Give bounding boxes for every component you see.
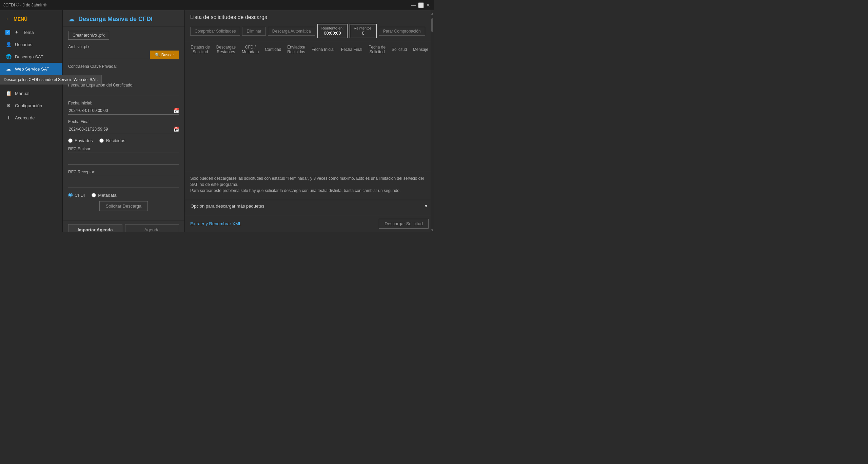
reintento-en-box: Reintento en: 00:00:00: [317, 24, 348, 38]
search-icon: 🔍: [155, 53, 160, 57]
sidebar-item-descarga-sat[interactable]: 🌐 Descarga SAT: [0, 51, 62, 63]
fecha-inicial-group: Fecha Inicial: 📅: [68, 101, 179, 115]
panel-header: ☁ Descarga Masiva de CFDI: [63, 10, 184, 27]
reintentos-box: Reintentos: 0: [350, 24, 377, 38]
sidebar-item-configuracion[interactable]: ⚙ Configuración: [0, 99, 62, 112]
reintentos-value: 0: [362, 31, 364, 36]
password-group: Contraseña Clave Privada:: [68, 64, 179, 78]
panel-footer: Importar Agenda Agenda: [63, 220, 184, 232]
solicitudes-table: Estatus deSolicitud DescargasRestantes C…: [188, 42, 431, 57]
sidebar-item-pdf[interactable]: 🖼 PDF: [0, 75, 62, 87]
solicitar-descarga-button[interactable]: Solicitar Descarga: [99, 201, 148, 211]
close-button[interactable]: ✕: [426, 3, 431, 7]
fecha-inicial-input[interactable]: [68, 107, 173, 114]
col-enviados: Enviados/Recibidos: [284, 42, 308, 57]
descarga-automatica-button[interactable]: Descarga Automática: [268, 27, 315, 36]
password-input[interactable]: [68, 70, 179, 78]
tema-icon: ✦: [14, 29, 20, 35]
web-service-sat-icon: ☁: [5, 66, 12, 72]
sidebar-label-pdf: PDF: [15, 79, 24, 84]
col-fecha-inicial: Fecha Inicial: [308, 42, 338, 57]
cert-exp-label: Fecha de Expiración del Certificado:: [68, 83, 179, 88]
cert-exp-value: [68, 88, 179, 96]
radio-recibidos[interactable]: [99, 138, 104, 143]
middle-panel: ▲ ▼ ☁ Descarga Masiva de CFDI Crear arch…: [63, 10, 185, 232]
maximize-button[interactable]: ⬜: [418, 3, 423, 7]
rfc-emisor-label: RFC Emisor:: [68, 147, 179, 151]
comprobar-solicitudes-button[interactable]: Comprobar Solicitudes: [190, 27, 240, 36]
minimize-button[interactable]: —: [411, 3, 416, 7]
pdf-icon: 🖼: [5, 78, 12, 84]
password-label: Contraseña Clave Privada:: [68, 64, 179, 69]
radio-enviados-label[interactable]: Enviados: [68, 138, 93, 143]
radio-metadata-label[interactable]: Metadata: [92, 193, 116, 198]
right-panel: Lista de solicitudes de descarga Comprob…: [185, 10, 434, 232]
radio-cfdi-label[interactable]: CFDI: [68, 193, 85, 198]
sidebar-label-usuarios: Usuarios: [15, 42, 32, 47]
agenda-button[interactable]: Agenda: [125, 224, 179, 232]
radio-enviados[interactable]: [68, 138, 73, 143]
create-pfx-button[interactable]: Crear archivo .pfx: [68, 31, 109, 40]
bottom-info-line2: Para sortear este problema solo hay que …: [190, 188, 429, 194]
panel-content: Crear archivo .pfx Archivo .pfx: 🔍 Busca…: [63, 27, 184, 220]
calendar-icon-inicial[interactable]: 📅: [173, 108, 179, 113]
sidebar-label-tema: Tema: [23, 30, 34, 35]
fecha-final-wrap: 📅: [68, 125, 179, 133]
col-fecha-final: Fecha Final: [338, 42, 366, 57]
parar-comprobacion-button[interactable]: Parar Comprobación: [379, 27, 425, 36]
fecha-final-input[interactable]: [68, 125, 173, 133]
radio-cfdi[interactable]: [68, 193, 73, 197]
right-panel-title: Lista de solicitudes de descarga: [190, 14, 429, 20]
sidebar-item-manual[interactable]: 📋 Manual: [0, 87, 62, 99]
importar-agenda-button[interactable]: Importar Agenda: [68, 224, 122, 232]
back-arrow-icon[interactable]: ←: [5, 16, 11, 22]
title-bar: JCFDI ® - J de Jabalí ® — ⬜ ✕: [0, 0, 434, 10]
rfc-receptor-divider: [68, 176, 179, 176]
col-fecha-solicitud: Fecha deSolicitud: [366, 42, 389, 57]
extraer-link[interactable]: Extraer y Renombrar XML: [190, 221, 241, 226]
panel-title: Descarga Masiva de CFDI: [78, 16, 153, 23]
sidebar-item-tema[interactable]: ✓ ✦ Tema: [0, 26, 62, 38]
radio-recibidos-label[interactable]: Recibidos: [99, 138, 125, 143]
menu-title: MENÚ: [14, 16, 27, 22]
right-header: Lista de solicitudes de descarga Comprob…: [185, 10, 434, 42]
reintento-en-value: 00:00:00: [324, 31, 341, 36]
sidebar-item-acerca-de[interactable]: ℹ Acerca de: [0, 112, 62, 124]
configuracion-icon: ⚙: [5, 102, 12, 109]
eliminar-button[interactable]: Eliminar: [242, 27, 265, 36]
descarga-sat-icon: 🌐: [5, 54, 12, 60]
sidebar-label-descarga-sat: Descarga SAT: [15, 54, 43, 59]
col-mensaje: Mensaje: [410, 42, 431, 57]
sidebar-item-usuarios[interactable]: 👤 Usuarios: [0, 38, 62, 51]
table-wrap: Estatus deSolicitud DescargasRestantes C…: [185, 42, 434, 172]
expand-option[interactable]: Opción para descargar más paquetes ▼: [185, 200, 434, 212]
sidebar: ← MENÚ ✓ ✦ Tema 👤 Usuarios 🌐 Descarga SA…: [0, 10, 63, 232]
archivo-pfx-input[interactable]: [68, 51, 148, 59]
rfc-emisor-input[interactable]: [68, 157, 179, 165]
bottom-info: Solo pueden descargarse las solicitudes …: [185, 172, 434, 197]
calendar-icon-final[interactable]: 📅: [173, 127, 179, 132]
fecha-final-label: Fecha Final:: [68, 119, 179, 124]
rfc-receptor-input[interactable]: [68, 180, 179, 188]
col-descargas: DescargasRestantes: [213, 42, 239, 57]
usuarios-icon: 👤: [5, 41, 12, 47]
sidebar-label-manual: Manual: [15, 91, 29, 96]
archivo-pfx-label: Archivo .pfx:: [68, 44, 179, 49]
cloud-icon: ☁: [68, 15, 75, 23]
sidebar-label-acerca-de: Acerca de: [15, 115, 35, 120]
rfc-emisor-divider: [68, 153, 179, 153]
sidebar-label-web-service-sat: Web Service SAT: [15, 66, 49, 72]
descargar-solicitud-button[interactable]: Descargar Solicitud: [379, 219, 429, 229]
table-header-row: Estatus deSolicitud DescargasRestantes C…: [188, 42, 431, 57]
buscar-button[interactable]: 🔍 Buscar: [150, 51, 179, 59]
tema-checkbox-icon: ✓: [5, 30, 10, 35]
radio-metadata[interactable]: [92, 193, 96, 197]
window-controls: — ⬜ ✕: [411, 3, 431, 7]
sidebar-item-web-service-sat[interactable]: ☁ Web Service SAT Descarga los CFDI usan…: [0, 63, 62, 75]
expand-option-label: Opción para descargar más paquetes: [191, 204, 264, 209]
rfc-receptor-label: RFC Receptor:: [68, 170, 179, 174]
acerca-de-icon: ℹ: [5, 115, 12, 121]
rfc-receptor-group: RFC Receptor:: [68, 170, 179, 188]
col-cantidad: Cantidad: [262, 42, 284, 57]
right-footer: Extraer y Renombrar XML Descargar Solici…: [185, 215, 434, 232]
